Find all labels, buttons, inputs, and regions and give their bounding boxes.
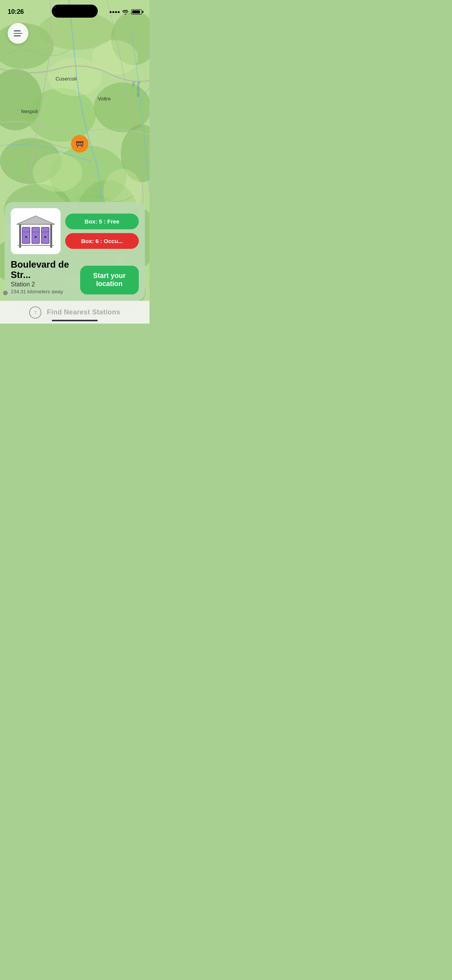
dynamic-island <box>52 5 98 18</box>
svg-point-5 <box>27 88 96 142</box>
station-image <box>11 208 61 254</box>
battery-icon <box>131 9 142 15</box>
station-name: Boulevard de Str... <box>11 260 80 280</box>
card-info-row: Boulevard de Str... Station 2 234.31 kil… <box>11 260 139 294</box>
box5-badge: Box: 5 : Free <box>65 214 139 229</box>
svg-rect-25 <box>81 143 82 145</box>
status-right <box>110 9 142 15</box>
map-label-torrente: Torrente Vo... <box>131 81 141 97</box>
wifi-icon <box>122 9 129 15</box>
arrow-symbol: ↑ <box>34 309 37 316</box>
svg-rect-31 <box>50 224 52 245</box>
map-label-voltre: Voltre <box>98 96 111 102</box>
svg-rect-32 <box>22 227 30 243</box>
signal-icon <box>110 11 120 13</box>
card-badges: Box: 5 : Free Box: 6 : Occu... <box>65 208 139 254</box>
home-indicator <box>52 320 98 321</box>
svg-point-19 <box>33 153 82 192</box>
status-time: 10:26 <box>8 8 24 16</box>
menu-icon <box>14 30 22 36</box>
map-pin[interactable] <box>71 135 89 153</box>
svg-point-39 <box>44 236 46 238</box>
find-nearest-label: Find Nearest Stations <box>47 308 120 316</box>
station-text: Boulevard de Str... Station 2 234.31 kil… <box>11 260 80 294</box>
svg-rect-24 <box>79 143 81 145</box>
svg-line-27 <box>82 146 82 147</box>
card-top-section: Box: 5 : Free Box: 6 : Occu... <box>11 208 139 254</box>
svg-marker-28 <box>16 216 55 224</box>
station-subtitle: Station 2 <box>11 281 80 288</box>
station-card: Box: 5 : Free Box: 6 : Occu... Boulevard… <box>5 202 145 301</box>
svg-rect-30 <box>19 224 21 245</box>
svg-rect-22 <box>76 141 84 142</box>
svg-rect-23 <box>77 143 79 145</box>
svg-point-33 <box>25 236 27 238</box>
menu-button[interactable] <box>8 23 28 44</box>
svg-rect-43 <box>50 245 52 248</box>
svg-point-36 <box>35 236 37 238</box>
svg-line-26 <box>77 146 78 147</box>
map-label-cusercoli: Cusercoli <box>56 76 77 82</box>
find-up-arrow-icon: ↑ <box>29 306 41 319</box>
svg-rect-35 <box>32 227 39 243</box>
box6-badge: Box: 6 : Occu... <box>65 233 139 249</box>
station-pin-icon <box>76 140 84 147</box>
station-illustration <box>15 212 57 250</box>
scroll-indicator <box>3 291 8 295</box>
start-location-button[interactable]: Start yourlocation <box>80 266 139 294</box>
station-distance: 234.31 kilometers away <box>11 289 80 294</box>
svg-rect-38 <box>41 227 49 243</box>
svg-rect-42 <box>19 245 21 248</box>
map-label-nespoli: Nespoli <box>21 109 38 114</box>
